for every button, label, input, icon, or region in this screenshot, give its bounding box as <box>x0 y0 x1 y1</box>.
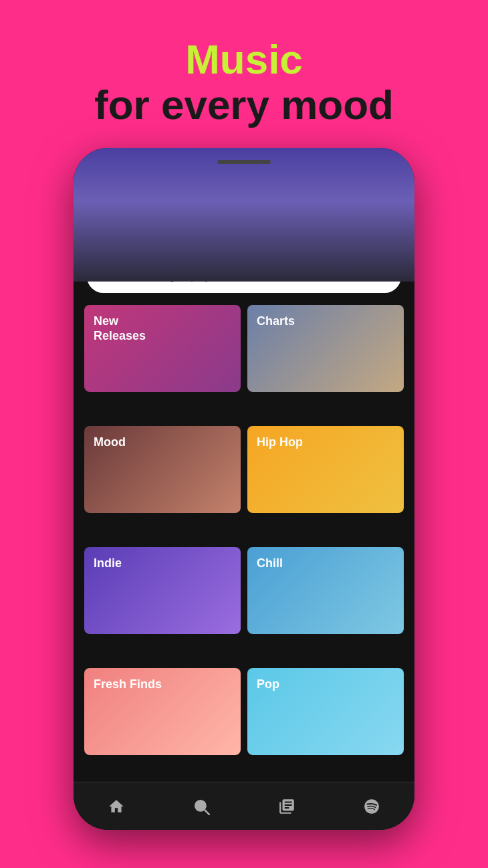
category-label-mood: Mood <box>94 435 126 450</box>
screen-gradient-bg <box>74 148 414 282</box>
svg-point-2 <box>196 800 206 810</box>
nav-spotify[interactable] <box>352 792 391 821</box>
search-nav-icon <box>193 798 210 815</box>
phone-notch <box>217 160 271 164</box>
category-card-mood[interactable]: Mood <box>84 426 241 513</box>
spotify-icon <box>363 798 380 815</box>
category-label-new-releases: NewReleases <box>94 314 146 343</box>
category-card-indie[interactable]: Indie <box>84 547 241 634</box>
page-header: Music for every mood <box>94 0 394 148</box>
category-label-indie: Indie <box>94 556 122 571</box>
svg-line-3 <box>205 810 210 815</box>
phone-mockup: Artist, song or playlist NewReleases Cha… <box>74 148 414 830</box>
category-card-new-releases[interactable]: NewReleases <box>84 305 241 392</box>
category-label-charts: Charts <box>257 314 295 329</box>
categories-grid: NewReleases Charts Mood Hip Hop Indie Ch… <box>74 305 414 782</box>
category-card-pop[interactable]: Pop <box>247 668 404 755</box>
category-card-hip-hop[interactable]: Hip Hop <box>247 426 404 513</box>
category-label-pop: Pop <box>257 677 279 692</box>
category-label-chill: Chill <box>257 556 283 571</box>
home-icon <box>108 798 125 815</box>
nav-search[interactable] <box>182 792 221 821</box>
library-icon <box>278 798 295 815</box>
category-label-fresh-finds: Fresh Finds <box>94 677 162 692</box>
screen-content: Artist, song or playlist NewReleases Cha… <box>74 282 414 782</box>
category-card-fresh-finds[interactable]: Fresh Finds <box>84 668 241 755</box>
category-card-charts[interactable]: Charts <box>247 305 404 392</box>
phone-screen: Artist, song or playlist NewReleases Cha… <box>74 148 414 830</box>
header-music: Music <box>94 37 394 82</box>
category-label-hip-hop: Hip Hop <box>257 435 303 450</box>
category-card-chill[interactable]: Chill <box>247 547 404 634</box>
nav-home[interactable] <box>97 792 136 821</box>
bottom-nav <box>74 782 414 830</box>
header-subtitle: for every mood <box>94 82 394 128</box>
nav-library[interactable] <box>267 792 306 821</box>
